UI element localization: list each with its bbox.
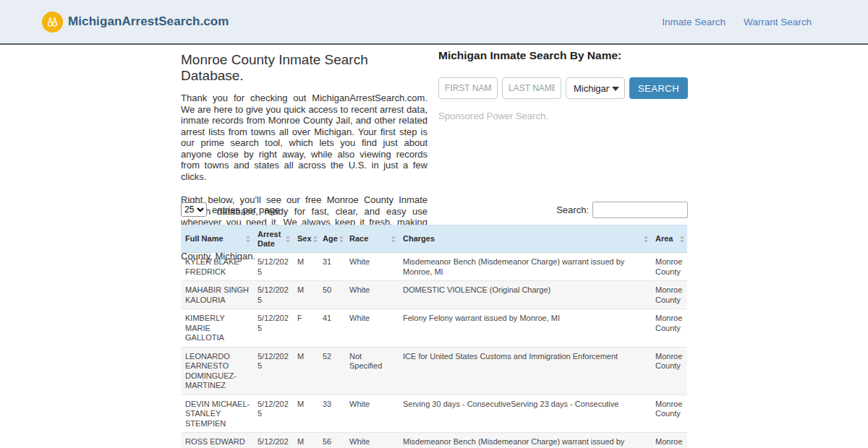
- name-search-panel: Michigan Inmate Search By Name: Michigan…: [438, 45, 689, 121]
- cell-age: 52: [318, 347, 345, 395]
- cell-race: White: [345, 433, 399, 448]
- cell-full-name: DEVIN MICHAEL-STANLEY STEMPIEN: [181, 395, 253, 433]
- column-header-label: Charges: [403, 234, 435, 244]
- cell-area: Monroe County: [651, 253, 687, 281]
- cell-charges: Serving 30 days - ConsecutiveServing 23 …: [399, 395, 651, 433]
- sort-icon[interactable]: [680, 236, 684, 243]
- cell-race: White: [345, 309, 399, 348]
- nav-warrant-search[interactable]: Warrant Search: [744, 17, 812, 27]
- table-row: DEVIN MICHAEL-STANLEY STEMPIEN5/12/2025M…: [181, 395, 687, 433]
- entries-per-page-label: entries per page: [212, 204, 280, 215]
- cell-age: 56: [318, 433, 345, 448]
- cell-sex: F: [293, 309, 318, 348]
- cell-arrest-date: 5/12/2025: [253, 281, 293, 309]
- table-search-label: Search:: [556, 204, 589, 215]
- cell-sex: M: [293, 433, 318, 448]
- table-row: ROSS EDWARD JR HIGGINS5/12/2025M56WhiteM…: [181, 433, 687, 448]
- sponsored-note: Sponsored Power Search.: [438, 111, 689, 121]
- table-row: KIMBERLY MARIE GALLOTIA5/12/2025F41White…: [181, 309, 687, 348]
- cell-charges: ICE for United States Customs and Immigr…: [399, 347, 651, 395]
- column-header-sex[interactable]: Sex: [293, 225, 318, 253]
- column-header-race[interactable]: Race: [345, 225, 399, 253]
- column-header-age[interactable]: Age: [318, 225, 345, 253]
- table-row: LEONARDO EARNESTO DOMINGUEZ-MARTINEZ5/12…: [181, 347, 687, 395]
- sort-icon[interactable]: [313, 236, 318, 243]
- last-name-input[interactable]: [502, 77, 561, 99]
- site-header: MichiganArrestSearch.com Inmate Search W…: [0, 0, 868, 45]
- cell-arrest-date: 5/12/2025: [253, 433, 293, 448]
- intro-paragraph-1: Thank you for checking out MichiganArres…: [181, 92, 427, 182]
- cell-arrest-date: 5/12/2025: [253, 395, 293, 433]
- cell-full-name: KIMBERLY MARIE GALLOTIA: [181, 309, 253, 348]
- table-header-row: Full NameArrest DateSexAgeRaceChargesAre…: [181, 225, 687, 253]
- table-row: MAHABIR SINGH KALOURIA5/12/2025M50WhiteD…: [181, 281, 687, 309]
- cell-arrest-date: 5/12/2025: [253, 347, 293, 395]
- cell-full-name: LEONARDO EARNESTO DOMINGUEZ-MARTINEZ: [181, 347, 253, 395]
- cell-area: Monroe County: [651, 309, 687, 348]
- first-name-input[interactable]: [438, 77, 498, 99]
- sort-icon[interactable]: [286, 236, 290, 243]
- nav-inmate-search[interactable]: Inmate Search: [662, 17, 726, 27]
- table-search-input[interactable]: [592, 202, 688, 218]
- cell-sex: M: [293, 281, 318, 309]
- cell-area: Monroe County: [651, 347, 687, 395]
- sort-icon[interactable]: [391, 236, 396, 243]
- column-header-charges[interactable]: Charges: [399, 225, 651, 253]
- cell-race: White: [345, 281, 399, 309]
- column-header-full-name[interactable]: Full Name: [181, 225, 253, 253]
- inmate-table: Full NameArrest DateSexAgeRaceChargesAre…: [181, 225, 687, 448]
- cell-charges: DOMESTIC VIOLENCE (Original Charge): [399, 281, 651, 309]
- column-header-label: Arrest Date: [258, 230, 284, 249]
- cell-sex: M: [293, 347, 318, 395]
- state-select[interactable]: Michigan: [566, 77, 625, 99]
- column-header-label: Race: [349, 234, 368, 244]
- cell-full-name: MAHABIR SINGH KALOURIA: [181, 281, 253, 309]
- site-logo[interactable]: MichiganArrestSearch.com: [42, 12, 229, 33]
- top-nav: Inmate Search Warrant Search: [662, 0, 812, 43]
- cell-sex: M: [293, 253, 318, 281]
- cell-race: White: [345, 395, 399, 433]
- cell-arrest-date: 5/12/2025: [253, 309, 293, 348]
- brand-title: MichiganArrestSearch.com: [68, 14, 229, 29]
- sort-icon[interactable]: [246, 236, 250, 243]
- cell-sex: M: [293, 395, 318, 433]
- column-header-area[interactable]: Area: [651, 225, 687, 253]
- cell-age: 41: [318, 309, 345, 348]
- sort-icon[interactable]: [339, 236, 344, 243]
- column-header-label: Age: [323, 234, 338, 244]
- column-header-label: Area: [655, 234, 673, 244]
- sort-icon[interactable]: [644, 236, 648, 243]
- cell-area: Monroe County: [651, 433, 687, 448]
- column-header-arrest-date[interactable]: Arrest Date: [253, 225, 293, 253]
- column-header-label: Full Name: [185, 234, 224, 244]
- page-size-select[interactable]: 25: [181, 202, 207, 217]
- cell-age: 33: [318, 395, 345, 433]
- cell-race: White: [345, 253, 399, 281]
- cell-charges: Felony Felony warrant issued by Monroe, …: [399, 309, 651, 348]
- cell-full-name: KYLER BLAKE FREDRICK: [181, 253, 253, 281]
- page-size-control: 25 entries per page: [181, 202, 280, 217]
- table-row: KYLER BLAKE FREDRICK5/12/2025M31WhiteMis…: [181, 253, 687, 281]
- table-search-control: Search:: [556, 202, 688, 218]
- search-button[interactable]: SEARCH: [629, 77, 688, 99]
- handcuffs-icon: [42, 12, 63, 33]
- cell-area: Monroe County: [651, 395, 687, 433]
- cell-age: 31: [318, 253, 345, 281]
- inmate-table-section: 25 entries per page Search: Full NameArr…: [181, 199, 688, 448]
- table-controls: 25 entries per page Search:: [181, 199, 688, 220]
- name-search-form: Michigan SEARCH: [438, 77, 689, 99]
- search-panel-heading: Michigan Inmate Search By Name:: [438, 49, 689, 62]
- inmate-table-body: KYLER BLAKE FREDRICK5/12/2025M31WhiteMis…: [181, 253, 687, 448]
- cell-charges: Misdemeanor Bench (Misdemeanor Charge) w…: [399, 253, 651, 281]
- column-header-label: Sex: [297, 234, 312, 244]
- cell-charges: Misdemeanor Bench (Misdemeanor Charge) w…: [399, 433, 651, 448]
- cell-race: Not Specified: [345, 347, 399, 395]
- cell-area: Monroe County: [651, 281, 687, 309]
- page-title: Monroe County Inmate Search Database.: [181, 52, 427, 84]
- cell-age: 50: [318, 281, 345, 309]
- cell-full-name: ROSS EDWARD JR HIGGINS: [181, 433, 253, 448]
- cell-arrest-date: 5/12/2025: [253, 253, 293, 281]
